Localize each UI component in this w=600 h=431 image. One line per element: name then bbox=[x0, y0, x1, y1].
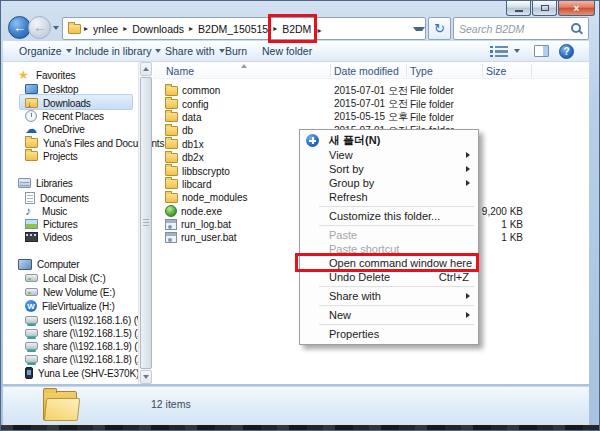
menu-item-share-with[interactable]: Share with bbox=[301, 289, 477, 303]
sidebar-item-share-y[interactable]: share (\\192.168.1.9) (Y:) bbox=[25, 339, 149, 353]
forward-button[interactable]: ← bbox=[28, 16, 51, 39]
menu-item-group-by[interactable]: Group by bbox=[301, 176, 477, 190]
submenu-arrow-icon bbox=[466, 293, 470, 299]
folder-icon bbox=[165, 153, 178, 163]
sidebar-section-computer[interactable]: Computer bbox=[18, 257, 79, 271]
disk-drive-icon bbox=[25, 288, 38, 296]
sidebar-item-local-disk-c[interactable]: Local Disk (C:) bbox=[25, 271, 106, 285]
table-row[interactable]: common 2015-07-01 오전 8:... File folder bbox=[153, 84, 589, 97]
address-dropdown-icon[interactable] bbox=[413, 27, 425, 31]
maximize-button[interactable] bbox=[532, 1, 557, 16]
computer-icon bbox=[18, 259, 32, 270]
search-input[interactable] bbox=[459, 23, 567, 35]
column-headers: Name Date modified Type Size bbox=[153, 62, 589, 79]
maximize-icon bbox=[541, 5, 549, 11]
back-arrow-icon: ← bbox=[13, 20, 26, 35]
chevron-down-icon bbox=[155, 49, 161, 53]
column-header-name[interactable]: Name bbox=[166, 62, 194, 79]
close-icon: × bbox=[574, 3, 580, 14]
sidebar-item-share-x[interactable]: share (\\192.168.1.5) (X:) bbox=[25, 326, 150, 340]
menu-item-undo-delete[interactable]: Undo DeleteCtrl+Z bbox=[301, 270, 477, 284]
change-view-icon[interactable] bbox=[495, 46, 508, 57]
sidebar-section-libraries[interactable]: Libraries bbox=[18, 176, 73, 190]
sidebar-section-favorites[interactable]: Favorites bbox=[18, 68, 75, 82]
sort-ascending-icon bbox=[241, 64, 247, 68]
submenu-arrow-icon bbox=[466, 166, 470, 172]
onedrive-cloud-icon bbox=[25, 123, 39, 135]
breadcrumb-b2dm[interactable]: B2DM bbox=[270, 18, 313, 39]
document-icon bbox=[25, 192, 35, 204]
sidebar-item-pictures[interactable]: Pictures bbox=[25, 217, 78, 231]
new-folder-button[interactable]: New folder bbox=[262, 41, 312, 61]
scrollbar-thumb[interactable] bbox=[140, 77, 152, 369]
explorer-window: × ← ← ynlee Downloads B2DM_150515 B2DM ↻… bbox=[0, 0, 600, 431]
include-in-library-button[interactable]: Include in library bbox=[75, 41, 161, 61]
menu-item-new[interactable]: New bbox=[301, 308, 477, 322]
address-bar[interactable]: ynlee Downloads B2DM_150515 B2DM bbox=[62, 17, 426, 40]
phone-icon bbox=[25, 367, 33, 379]
sidebar-item-onedrive[interactable]: OneDrive bbox=[25, 122, 85, 136]
sidebar-item-recent-places[interactable]: Recent Places bbox=[25, 109, 104, 123]
sidebar-item-filevirtualize-h[interactable]: FileVirtualize (H:) bbox=[25, 299, 115, 313]
share-with-button[interactable]: Share with bbox=[165, 41, 225, 61]
main-content: Favorites Desktop Downloads Recent Place… bbox=[3, 62, 589, 384]
preview-pane-icon[interactable] bbox=[534, 45, 549, 57]
menu-item-open-command-window-here[interactable]: Open command window here bbox=[301, 256, 477, 270]
search-icon bbox=[570, 22, 583, 35]
help-icon[interactable] bbox=[559, 44, 574, 59]
column-divider[interactable] bbox=[330, 64, 331, 77]
column-divider[interactable] bbox=[406, 64, 407, 77]
picture-icon bbox=[25, 219, 38, 229]
breadcrumb-ynlee[interactable]: ynlee bbox=[81, 18, 120, 39]
sidebar-item-share-z[interactable]: share (\\192.168.1.8) (Z:) bbox=[25, 352, 149, 366]
sidebar-item-music[interactable]: Music bbox=[25, 204, 67, 218]
breadcrumb: ynlee Downloads B2DM_150515 B2DM bbox=[81, 18, 323, 39]
disk-drive-icon bbox=[25, 274, 38, 282]
table-row[interactable]: data 2015-05-15 오후 4:... File folder bbox=[153, 111, 589, 124]
column-header-date-modified[interactable]: Date modified bbox=[334, 62, 399, 79]
breadcrumb-trailing-separator-icon bbox=[313, 23, 323, 35]
video-icon bbox=[25, 232, 38, 242]
breadcrumb-b2dm-150515[interactable]: B2DM_150515 bbox=[186, 18, 270, 39]
menu-item-view[interactable]: View bbox=[301, 148, 477, 162]
folder-icon bbox=[25, 138, 38, 148]
table-row[interactable]: config 2015-07-01 오전 8:... File folder bbox=[153, 97, 589, 110]
chevron-down-icon bbox=[219, 49, 225, 53]
column-divider[interactable] bbox=[482, 64, 483, 77]
recent-places-icon bbox=[25, 110, 37, 122]
menu-item-new-folder[interactable]: 새 폴더(N) bbox=[301, 133, 477, 148]
sidebar-scrollbar[interactable] bbox=[138, 62, 152, 384]
network-drive-icon bbox=[25, 329, 38, 337]
network-drive-icon bbox=[25, 342, 38, 350]
scrollbar-down-button[interactable] bbox=[140, 370, 152, 384]
sidebar-item-new-volume-e[interactable]: New Volume (E:) bbox=[25, 285, 115, 299]
menu-item-properties[interactable]: Properties bbox=[301, 327, 477, 341]
search-box[interactable] bbox=[453, 17, 589, 40]
scrollbar-up-button[interactable] bbox=[140, 62, 152, 76]
burn-button[interactable]: Burn bbox=[225, 41, 247, 61]
sidebar-item-documents[interactable]: Documents bbox=[25, 191, 89, 205]
network-drive-icon bbox=[25, 316, 38, 324]
sidebar-item-phone-yuna-lee[interactable]: Yuna Lee (SHV-E370K) bbox=[25, 366, 139, 380]
sidebar-item-desktop[interactable]: Desktop bbox=[25, 82, 78, 96]
menu-item-customize-this-folder[interactable]: Customize this folder... bbox=[301, 209, 477, 223]
favorites-star-icon bbox=[18, 69, 31, 81]
breadcrumb-downloads[interactable]: Downloads bbox=[120, 18, 186, 39]
column-header-type[interactable]: Type bbox=[410, 62, 433, 79]
folder-icon bbox=[165, 86, 178, 96]
batch-file-icon bbox=[165, 219, 177, 230]
menu-item-refresh[interactable]: Refresh bbox=[301, 190, 477, 204]
history-dropdown-icon[interactable] bbox=[53, 26, 59, 30]
sidebar-item-projects[interactable]: Projects bbox=[25, 149, 78, 163]
close-button[interactable]: × bbox=[558, 1, 595, 16]
column-divider[interactable] bbox=[531, 64, 532, 77]
refresh-button[interactable]: ↻ bbox=[428, 17, 451, 40]
column-header-size[interactable]: Size bbox=[486, 62, 506, 79]
views-dropdown-icon[interactable] bbox=[514, 49, 520, 53]
organize-button[interactable]: Organize bbox=[19, 41, 72, 61]
menu-item-sort-by[interactable]: Sort by bbox=[301, 162, 477, 176]
sidebar-item-downloads[interactable]: Downloads bbox=[25, 96, 91, 110]
minimize-button[interactable] bbox=[506, 1, 531, 16]
sidebar-item-users-w[interactable]: users (\\192.168.1.6) (W:) bbox=[25, 313, 152, 327]
sidebar-item-videos[interactable]: Videos bbox=[25, 230, 72, 244]
